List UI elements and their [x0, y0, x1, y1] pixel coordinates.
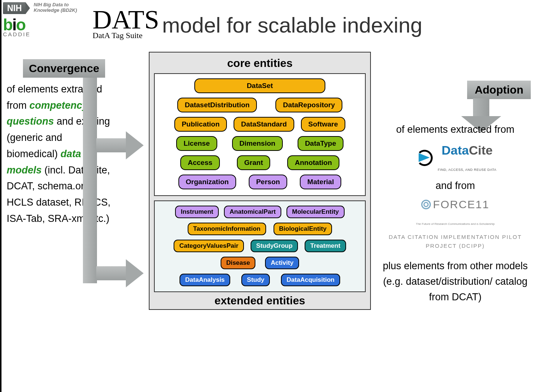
pill-anatomicalpart: AnatomicalPart [224, 206, 281, 218]
ext-row-2: TaxonomicInformation BiologicalEntity [159, 223, 361, 235]
core-row-2: DatasetDistribution DataRepository [159, 98, 361, 112]
pill-categoryvaluespair: CategoryValuesPair [174, 240, 244, 252]
core-entities-box: DataSet DatasetDistribution DataReposito… [154, 73, 366, 196]
right-p2: and from [383, 178, 528, 194]
right-p3: plus elements from other models (e.g. da… [383, 258, 528, 305]
title-rest: model for scalable indexing [162, 13, 422, 37]
pill-activity: Activity [265, 257, 299, 269]
right-text: of elements extracted from DataCite FIND… [383, 122, 528, 305]
core-row-6: Organization Person Material [159, 175, 361, 189]
force11-logo: FORCE11 The Future of Research Communica… [383, 196, 528, 230]
dcipp-text: DATA CITATION IMPLEMENTATION PILOT PROJE… [383, 233, 528, 250]
pill-dimension: Dimension [232, 136, 283, 151]
slide-left-border [0, 0, 1, 392]
pill-person: Person [249, 175, 287, 189]
pill-datastandard: DataStandard [234, 117, 294, 132]
core-row-5: Access Grant Annotation [159, 155, 361, 170]
convergence-band: Convergence [23, 59, 105, 78]
pill-disease: Disease [221, 257, 255, 269]
convergence-arrow-vertical [83, 78, 97, 283]
center-panel: core entities DataSet DatasetDistributio… [149, 52, 371, 310]
left-text: of elements extracted from competency qu… [7, 81, 114, 227]
core-row-3: Publication DataStandard Software [159, 117, 361, 132]
pill-datasetdistribution: DatasetDistribution [177, 98, 257, 112]
ext-row-1: Instrument AnatomicalPart MolecularEntit… [159, 206, 361, 218]
ext-row-4: Disease Activity [159, 257, 361, 269]
bio-letter-o: o [16, 16, 25, 34]
right-column: of elements extracted from DataCite FIND… [383, 78, 528, 305]
datacite-blue: Data [442, 143, 469, 157]
ext-row-3: CategoryValuesPair StudyGroup Treatment [159, 240, 361, 252]
pill-datarepository: DataRepository [275, 98, 342, 112]
ext-row-5: DataAnalysis Study DataAcquisition [159, 274, 361, 286]
pill-treatment: Treatment [305, 240, 346, 252]
page-title: DATS DatA Tag Suite model for scalable i… [93, 4, 422, 40]
nih-chevron-icon [26, 2, 30, 14]
pill-study: Study [241, 274, 270, 286]
pill-organization: Organization [178, 175, 236, 189]
pill-taxonomicinformation: TaxonomicInformation [188, 223, 266, 235]
pill-studygroup: StudyGroup [251, 240, 298, 252]
datacite-logo: DataCite FIND, ACCESS, AND REUSE DATA [383, 141, 528, 176]
datacite-tagline: FIND, ACCESS, AND REUSE DATA [438, 168, 497, 172]
datacite-arrow-icon [419, 153, 430, 162]
header: NIH NIH Big Data to Knowledge (BD2K) bio… [0, 0, 533, 48]
pill-annotation: Annotation [287, 155, 339, 170]
right-p1: of elements extracted from [383, 122, 528, 138]
pill-molecularentity: MolecularEntity [286, 206, 345, 218]
core-row-4: License Dimension DataType [159, 136, 361, 151]
pill-software: Software [301, 117, 345, 132]
force11-tagline: The Future of Research Communications an… [416, 222, 495, 226]
pill-dataanalysis: DataAnalysis [180, 274, 230, 286]
pill-material: Material [300, 175, 341, 189]
pill-grant: Grant [237, 155, 271, 170]
core-entities-title: core entities [154, 57, 366, 70]
dats-logo: DATS DatA Tag Suite [93, 4, 159, 40]
force11-ring-icon [421, 200, 431, 209]
nih-subtitle: NIH Big Data to Knowledge (BD2K) [34, 2, 77, 13]
core-row-1: DataSet [159, 78, 361, 93]
pill-biologicalentity: BiologicalEntity [274, 223, 332, 235]
force11-text: FORCE11 [433, 196, 489, 213]
pill-publication: Publication [174, 117, 227, 132]
convergence-arrow-top-head-icon [126, 131, 144, 159]
datacite-gray: Cite [469, 143, 493, 157]
pill-dataset: DataSet [194, 78, 326, 93]
pill-access: Access [180, 155, 220, 170]
convergence-arrow-top-stem [96, 138, 127, 152]
pill-dataacquisition: DataAcquisition [281, 274, 340, 286]
extended-entities-title: extended entities [154, 294, 366, 307]
biocaddie-logo: bio CADDIE [3, 16, 31, 37]
extended-entities-box: Instrument AnatomicalPart MolecularEntit… [154, 200, 366, 292]
convergence-arrow-bottom-head-icon [126, 259, 144, 287]
pill-instrument: Instrument [175, 206, 219, 218]
pill-license: License [176, 136, 217, 151]
pill-datatype: DataType [298, 136, 343, 151]
nih-logo: NIH [3, 2, 26, 14]
nih-logo-block: NIH NIH Big Data to Knowledge (BD2K) [3, 2, 77, 14]
convergence-arrow-bottom-stem [96, 266, 127, 280]
